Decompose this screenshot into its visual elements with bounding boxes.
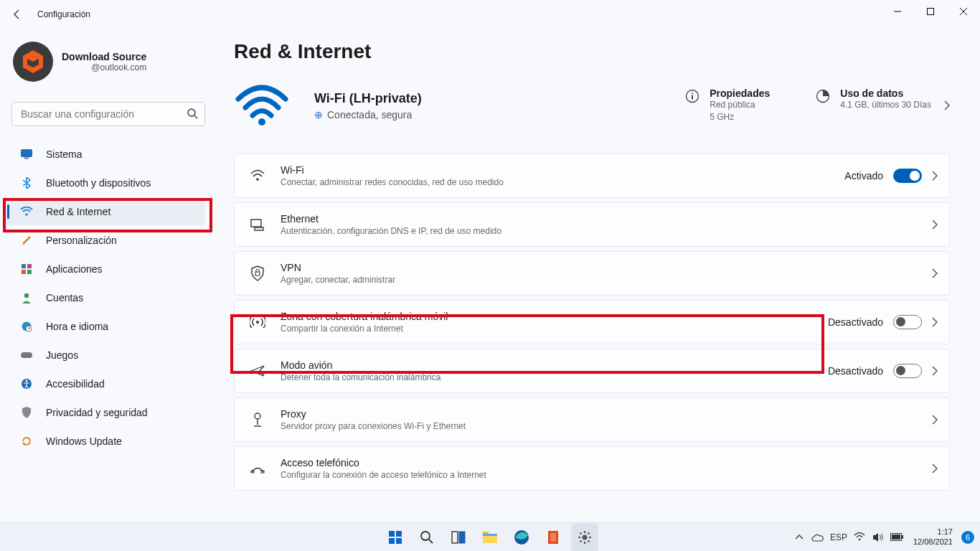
apps-icon — [20, 263, 33, 276]
nav-list: Sistema Bluetooth y dispositivos Red & I… — [6, 141, 215, 455]
nav-privacy[interactable]: Privacidad y seguridad — [6, 399, 205, 426]
nav-accounts[interactable]: Cuentas — [6, 284, 205, 311]
account-name: Download Source — [62, 51, 146, 62]
properties-card[interactable]: Propiedades Red pública 5 GHz — [685, 88, 770, 123]
clock[interactable]: 1:17 12/08/2021 — [913, 527, 953, 546]
page-title: Red & Internet — [234, 40, 950, 63]
edge-icon[interactable] — [508, 524, 535, 551]
main-content: Red & Internet Wi-Fi (LH-private) ⊕Conec… — [234, 29, 950, 522]
card-sub: Conectar, administrar redes conocidas, r… — [281, 177, 844, 187]
nav-accessibility[interactable]: Accesibilidad — [6, 370, 205, 397]
paintbrush-icon — [20, 234, 33, 247]
explorer-icon[interactable] — [476, 524, 504, 551]
chevron-right-icon — [932, 171, 938, 181]
nav-label: Cuentas — [46, 292, 83, 303]
toggle-label: Activado — [844, 170, 883, 182]
language-indicator[interactable]: ESP — [830, 531, 847, 544]
nav-network[interactable]: Red & Internet — [6, 198, 205, 225]
card-title: Modo avión — [281, 359, 828, 371]
window-title: Configuración — [37, 9, 90, 19]
airplane-icon — [249, 362, 266, 380]
start-button[interactable] — [382, 524, 409, 551]
nav-bluetooth[interactable]: Bluetooth y dispositivos — [6, 169, 205, 197]
minimize-button[interactable] — [881, 0, 914, 23]
notification-badge[interactable]: 6 — [961, 531, 974, 544]
svg-point-11 — [25, 213, 28, 216]
nav-label: Privacidad y seguridad — [46, 407, 148, 418]
svg-point-55 — [859, 539, 861, 541]
nav-update[interactable]: Windows Update — [6, 428, 205, 455]
chevron-right-icon — [932, 366, 938, 376]
card-sub: Servidor proxy para conexiones Wi-Fi y E… — [281, 421, 932, 431]
gamepad-icon — [20, 349, 33, 362]
dialup-icon — [249, 460, 266, 477]
chevron-right-icon — [944, 100, 950, 110]
wifi-icon — [20, 205, 33, 218]
card-dialup[interactable]: Acceso telefónico Configurar la conexión… — [234, 446, 950, 491]
onedrive-icon[interactable] — [811, 531, 824, 544]
svg-rect-9 — [22, 150, 32, 157]
volume-icon[interactable] — [872, 531, 885, 544]
search-container — [11, 102, 205, 126]
office-icon[interactable] — [540, 524, 567, 551]
settings-icon[interactable] — [571, 524, 598, 551]
card-hotspot[interactable]: Zona con cobertura inalámbrica móvil Com… — [234, 300, 950, 344]
svg-rect-31 — [251, 220, 261, 227]
taskbar-search[interactable] — [413, 524, 440, 551]
nav-personalization[interactable]: Personalización — [6, 227, 205, 254]
card-title: Proxy — [281, 408, 932, 420]
svg-rect-58 — [902, 535, 903, 539]
card-airplane[interactable]: Modo avión Detener toda la comunicación … — [234, 349, 950, 393]
back-button[interactable] — [6, 3, 29, 26]
svg-point-27 — [692, 93, 693, 94]
svg-rect-41 — [396, 531, 402, 537]
wifi-toggle[interactable] — [893, 169, 922, 183]
shield-icon — [20, 406, 33, 419]
hotspot-toggle[interactable] — [893, 315, 922, 329]
data-usage-title: Uso de datos — [840, 88, 931, 99]
svg-rect-50 — [483, 534, 497, 536]
taskbar: ESP 1:17 12/08/2021 6 — [0, 522, 980, 551]
battery-icon[interactable] — [890, 531, 903, 544]
tray-wifi-icon[interactable] — [853, 531, 866, 544]
nav-label: Accesibilidad — [46, 378, 105, 390]
account-email: @outlook.com — [62, 62, 146, 72]
chevron-right-icon — [932, 463, 938, 474]
card-title: Acceso telefónico — [281, 457, 932, 468]
tray-chevron-icon[interactable] — [793, 531, 806, 544]
card-ethernet[interactable]: Ethernet Autenticación, configuración DN… — [234, 202, 950, 247]
card-vpn[interactable]: VPN Agregar, conectar, administrar — [234, 251, 950, 296]
nav-label: Personalización — [46, 235, 117, 246]
nav-system[interactable]: Sistema — [6, 141, 205, 168]
card-sub: Detener toda la comunicación inalámbrica — [281, 372, 828, 382]
toggle-label: Desactivado — [828, 316, 883, 328]
card-sub: Compartir la conexión a Internet — [281, 324, 828, 334]
svg-line-45 — [429, 540, 433, 543]
nav-gaming[interactable]: Juegos — [6, 342, 205, 369]
account-block[interactable]: Download Source @outlook.com — [6, 34, 215, 89]
proxy-icon — [249, 411, 266, 428]
svg-rect-14 — [22, 270, 26, 274]
nav-time[interactable]: Hora e idioma — [6, 313, 205, 340]
svg-rect-1 — [928, 9, 934, 15]
svg-rect-33 — [255, 272, 260, 276]
wifi-large-icon — [234, 83, 290, 128]
data-usage-icon — [816, 89, 831, 105]
close-button[interactable] — [947, 0, 980, 23]
nav-label: Sistema — [46, 149, 83, 160]
data-usage-card[interactable]: Uso de datos 4.1 GB, últimos 30 Días — [816, 88, 950, 123]
svg-marker-56 — [873, 533, 878, 542]
nav-apps[interactable]: Aplicaciones — [6, 255, 205, 283]
svg-rect-13 — [27, 264, 32, 268]
toggle-label: Desactivado — [828, 365, 883, 377]
card-wifi[interactable]: Wi-Fi Conectar, administrar redes conoci… — [234, 154, 950, 198]
task-view[interactable] — [445, 524, 472, 551]
card-proxy[interactable]: Proxy Servidor proxy para conexiones Wi-… — [234, 397, 950, 442]
nav-label: Windows Update — [46, 435, 122, 447]
search-input[interactable] — [11, 102, 205, 126]
card-title: Wi-Fi — [281, 164, 844, 176]
maximize-button[interactable] — [914, 0, 947, 23]
svg-point-23 — [26, 380, 28, 382]
airplane-toggle[interactable] — [893, 364, 922, 378]
chevron-right-icon — [932, 220, 938, 230]
